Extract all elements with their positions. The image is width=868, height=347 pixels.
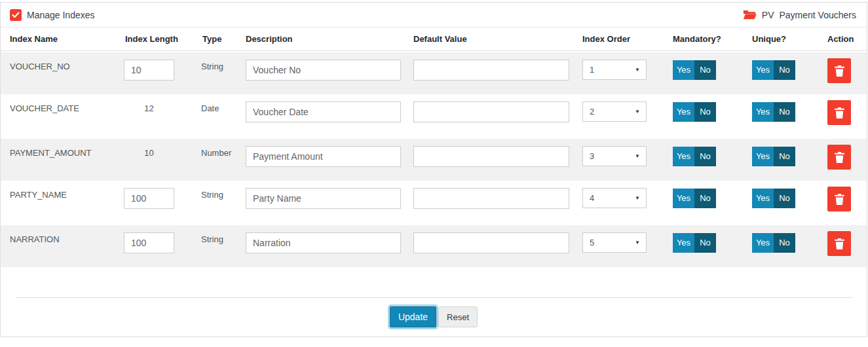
unique-toggle-no[interactable]: No xyxy=(774,233,795,253)
update-button[interactable]: Update xyxy=(390,306,436,327)
index-length-cell xyxy=(124,232,201,253)
unique-toggle-no[interactable]: No xyxy=(774,147,795,166)
delete-row-button[interactable] xyxy=(827,231,851,256)
table-row: PARTY_NAMEString4▼YesNoYesNo xyxy=(1,181,867,224)
index-order-cell: 2▼ xyxy=(582,101,673,122)
unique-toggle-yes[interactable]: Yes xyxy=(752,147,774,166)
footer-buttons: Update Reset xyxy=(1,306,867,327)
index-order-select[interactable]: 3▼ xyxy=(582,146,647,166)
mandatory-cell: YesNo xyxy=(673,232,752,253)
default-value-input[interactable] xyxy=(413,101,569,122)
topbar-left: Manage Indexes xyxy=(10,9,95,21)
chevron-down-icon: ▼ xyxy=(635,67,640,73)
trash-icon xyxy=(834,65,845,77)
index-length-input[interactable] xyxy=(124,232,174,253)
index-length-value: 12 xyxy=(124,101,174,113)
index-order-select[interactable]: 5▼ xyxy=(582,232,647,253)
reset-button[interactable]: Reset xyxy=(438,306,478,327)
column-header-action: Action xyxy=(827,34,867,44)
description-cell xyxy=(246,146,413,167)
mandatory-toggle-no[interactable]: No xyxy=(694,233,716,253)
mandatory-toggle-no[interactable]: No xyxy=(694,60,716,80)
index-order-value: 1 xyxy=(590,65,594,75)
checked-checkbox-icon[interactable] xyxy=(10,9,22,21)
index-length-input[interactable] xyxy=(124,188,174,209)
document-code: PV xyxy=(762,10,774,20)
index-order-select[interactable]: 4▼ xyxy=(582,188,647,208)
unique-cell: YesNo xyxy=(752,232,827,253)
trash-icon xyxy=(834,151,845,164)
mandatory-toggle-yes[interactable]: Yes xyxy=(673,60,694,80)
column-header-index-name: Index Name xyxy=(1,34,124,44)
chevron-down-icon: ▼ xyxy=(635,153,640,159)
index-order-cell: 4▼ xyxy=(582,188,673,208)
mandatory-toggle-yes[interactable]: Yes xyxy=(673,102,694,122)
folder-icon xyxy=(743,10,757,20)
unique-cell: YesNo xyxy=(752,188,827,208)
description-input[interactable] xyxy=(246,232,401,253)
type-label: Date xyxy=(201,101,219,113)
mandatory-toggle-yes[interactable]: Yes xyxy=(673,189,694,208)
table-header-row: Index NameIndex LengthTypeDescriptionDef… xyxy=(1,27,867,51)
default-value-input[interactable] xyxy=(413,232,569,253)
mandatory-toggle-no[interactable]: No xyxy=(694,189,716,208)
column-header-unique: Unique? xyxy=(752,34,827,44)
delete-row-button[interactable] xyxy=(827,187,851,211)
default-value-cell xyxy=(413,188,582,209)
type-cell: String xyxy=(201,188,246,200)
index-order-select[interactable]: 2▼ xyxy=(582,101,647,122)
index-order-select[interactable]: 1▼ xyxy=(582,60,647,80)
description-input[interactable] xyxy=(246,60,401,81)
delete-row-button[interactable] xyxy=(827,58,851,83)
mandatory-toggle-no[interactable]: No xyxy=(694,102,716,122)
unique-toggle: YesNo xyxy=(752,60,795,80)
index-length-cell: 12 xyxy=(124,101,201,113)
mandatory-toggle-no[interactable]: No xyxy=(694,147,716,166)
index-name-cell: VOUCHER_NO xyxy=(1,60,124,71)
mandatory-toggle: YesNo xyxy=(673,147,716,166)
topbar-right: PV Payment Vouchers xyxy=(743,10,856,20)
description-input[interactable] xyxy=(246,101,401,122)
index-length-cell xyxy=(124,188,201,209)
index-name-cell: PAYMENT_AMOUNT xyxy=(1,146,124,158)
action-cell xyxy=(827,60,867,83)
column-header-default-value: Default Value xyxy=(413,34,582,44)
unique-toggle-yes[interactable]: Yes xyxy=(752,60,774,80)
delete-row-button[interactable] xyxy=(827,100,851,125)
unique-toggle: YesNo xyxy=(752,102,795,122)
index-length-cell: 10 xyxy=(124,146,201,158)
unique-toggle: YesNo xyxy=(752,147,795,166)
default-value-input[interactable] xyxy=(413,60,569,81)
index-order-value: 4 xyxy=(590,193,594,203)
index-order-value: 3 xyxy=(590,151,594,161)
unique-toggle-yes[interactable]: Yes xyxy=(752,102,774,122)
default-value-cell xyxy=(413,101,582,122)
footer-divider xyxy=(15,297,852,298)
delete-row-button[interactable] xyxy=(827,145,851,170)
index-order-value: 5 xyxy=(590,238,594,247)
unique-toggle: YesNo xyxy=(752,233,795,253)
default-value-input[interactable] xyxy=(413,188,569,209)
index-length-value: 10 xyxy=(124,146,174,158)
description-input[interactable] xyxy=(246,188,401,209)
unique-toggle-no[interactable]: No xyxy=(774,60,795,80)
mandatory-toggle: YesNo xyxy=(673,233,716,253)
unique-toggle-no[interactable]: No xyxy=(774,102,795,122)
mandatory-toggle-yes[interactable]: Yes xyxy=(673,147,694,166)
document-name: Payment Vouchers xyxy=(779,10,856,20)
unique-toggle-yes[interactable]: Yes xyxy=(752,189,774,208)
unique-toggle-no[interactable]: No xyxy=(774,189,795,208)
default-value-input[interactable] xyxy=(413,146,569,167)
index-length-input[interactable] xyxy=(124,60,174,81)
column-header-mandatory: Mandatory? xyxy=(673,34,752,44)
mandatory-toggle-yes[interactable]: Yes xyxy=(673,233,694,253)
index-name-cell: NARRATION xyxy=(1,232,124,244)
unique-toggle-yes[interactable]: Yes xyxy=(752,233,774,253)
description-input[interactable] xyxy=(246,146,401,167)
column-header-index-order: Index Order xyxy=(582,34,673,44)
action-cell xyxy=(827,101,867,125)
table-row: VOUCHER_NOString1▼YesNoYesNo xyxy=(1,51,867,94)
action-cell xyxy=(827,146,867,170)
description-cell xyxy=(246,188,413,209)
column-header-description: Description xyxy=(246,34,413,44)
